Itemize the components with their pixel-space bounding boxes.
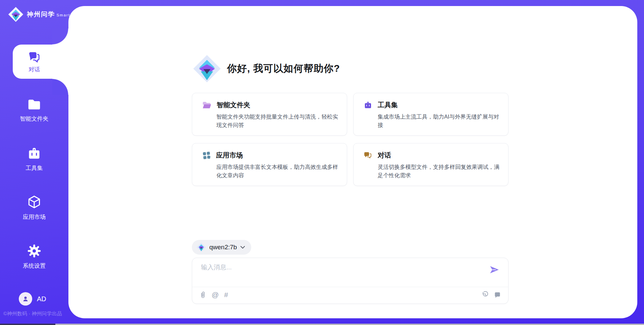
model-selector[interactable]: qwen2:7b — [192, 240, 251, 255]
chat-icon — [364, 151, 372, 159]
app-root: 神州问学 Smart Vision 对话 智能文件夹 — [0, 0, 644, 325]
sidebar-item-chat[interactable]: 对话 — [13, 45, 70, 79]
copyright-text: ©神州数码 · 神州问学出品 — [3, 311, 67, 317]
send-icon[interactable] — [489, 265, 499, 274]
attachment-icon[interactable] — [200, 291, 206, 299]
card-title: 工具集 — [378, 101, 398, 110]
chevron-down-icon — [240, 246, 245, 249]
sidebar-item-market[interactable]: 应用市场 — [0, 195, 68, 221]
card-description: 灵活切换多模型文件，支持多样回复效果调试，满足个性化需求 — [378, 163, 500, 180]
briefcase-icon — [27, 156, 42, 161]
sidebar-item-label: 对话 — [29, 66, 40, 73]
sidebar-item-label: 工具集 — [0, 164, 68, 172]
briefcase-icon — [364, 101, 372, 109]
model-name: qwen2:7b — [209, 244, 237, 251]
folder-icon — [27, 107, 42, 112]
message-input[interactable] — [200, 263, 423, 271]
card-app-market[interactable]: 应用市场 应用市场提供丰富长文本模板，助力高效生成多样化文章内容 — [192, 143, 347, 186]
chat-icon — [28, 50, 41, 64]
assistant-logo-icon — [193, 55, 221, 83]
avatar — [19, 292, 32, 306]
sidebar-item-label: 系统设置 — [0, 262, 68, 270]
scrollbar-thumb[interactable] — [0, 324, 55, 325]
composer-divider — [192, 287, 508, 287]
gear-icon — [27, 254, 42, 259]
tab-curve-bottom — [52, 79, 68, 95]
card-description: 集成市场上主流工具，助力AI与外界无缝扩展与对接 — [378, 113, 500, 129]
app-name: 神州问学 — [27, 11, 55, 18]
brand-diamond-icon — [8, 7, 23, 22]
feature-cards: 智能文件夹 智能文件夹功能支持批量文件上传与清洗，轻松实现文件问答 工具集 集成… — [192, 93, 508, 186]
user-initials: AD — [37, 295, 46, 303]
grid-icon — [202, 151, 211, 159]
card-toolset[interactable]: 工具集 集成市场上主流工具，助力AI与外界无缝扩展与对接 — [353, 93, 508, 136]
history-icon[interactable] — [482, 291, 489, 298]
sidebar-item-label: 智能文件夹 — [0, 115, 68, 123]
person-icon — [22, 295, 29, 303]
card-description: 应用市场提供丰富长文本模板，助力高效生成多样化文章内容 — [216, 163, 339, 180]
welcome-header: 你好, 我可以如何帮助你? — [193, 55, 340, 83]
card-chat[interactable]: 对话 灵活切换多模型文件，支持多样回复效果调试，满足个性化需求 — [353, 143, 508, 186]
card-smart-folder[interactable]: 智能文件夹 智能文件夹功能支持批量文件上传与清洗，轻松实现文件问答 — [192, 93, 347, 136]
user-profile[interactable]: AD — [19, 292, 46, 306]
card-title: 智能文件夹 — [217, 101, 250, 110]
horizontal-scrollbar[interactable] — [0, 324, 644, 325]
folder-open-icon — [202, 101, 211, 109]
card-title: 对话 — [378, 151, 391, 160]
sidebar-item-settings[interactable]: 系统设置 — [0, 244, 68, 270]
sidebar-item-toolset[interactable]: 工具集 — [0, 146, 68, 172]
sidebar-item-folders[interactable]: 智能文件夹 — [0, 98, 68, 123]
mention-icon[interactable]: @ — [212, 291, 219, 299]
message-composer: @ # — [192, 258, 508, 304]
app-tagline: Smart Vision — [56, 13, 86, 17]
greeting-title: 你好, 我可以如何帮助你? — [227, 62, 340, 75]
sidebar-item-label: 应用市场 — [0, 213, 68, 221]
hashtag-icon[interactable]: # — [224, 291, 228, 299]
cube-icon — [27, 205, 42, 210]
card-description: 智能文件夹功能支持批量文件上传与清洗，轻松实现文件问答 — [216, 113, 339, 129]
conversation-icon[interactable] — [494, 291, 501, 298]
app-logo: 神州问学 Smart Vision — [8, 7, 86, 22]
card-title: 应用市场 — [216, 151, 243, 160]
model-logo-icon — [197, 243, 206, 252]
tab-curve-top — [52, 28, 68, 45]
